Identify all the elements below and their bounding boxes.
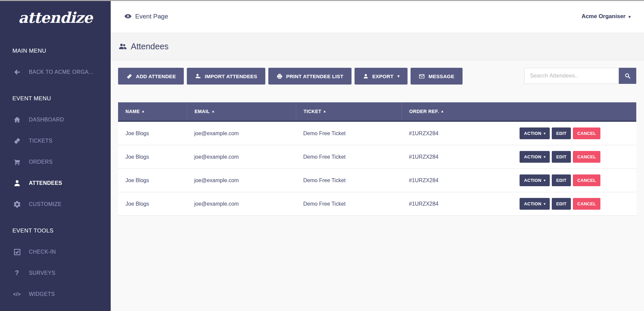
sort-asc-icon: ▴: [142, 109, 144, 113]
attendize-logo[interactable]: attendize: [18, 9, 93, 26]
search-button[interactable]: [619, 68, 636, 84]
import-attendees-button[interactable]: IMPORT ATTENDEES: [187, 68, 265, 85]
window-top-edge: [0, 0, 644, 1]
attendee-name: Joe Blogs: [118, 145, 187, 168]
user-icon: [12, 179, 21, 187]
attendee-email: joe@example.com: [187, 169, 296, 192]
event-page-link[interactable]: Event Page: [124, 12, 168, 20]
main-area: Event Page Acme Organiser ▾ Attendees AD…: [111, 0, 644, 311]
row-actions: ACTION▾ EDIT CANCEL: [520, 198, 600, 210]
section-title-main-menu: MAIN MENU: [0, 40, 111, 61]
caret-down-icon: ▾: [544, 202, 545, 206]
arrow-left-icon: [12, 68, 21, 76]
action-dropdown-button[interactable]: ACTION▾: [520, 198, 550, 210]
attendees-icon: [118, 42, 127, 51]
column-header-name[interactable]: NAME▴: [118, 102, 187, 120]
code-icon: </>: [12, 290, 21, 298]
attendee-name: Joe Blogs: [118, 169, 187, 192]
edit-button[interactable]: EDIT: [552, 127, 571, 139]
sidebar-item-widgets[interactable]: </> WIDGETS: [0, 283, 111, 305]
edit-button[interactable]: EDIT: [552, 198, 571, 210]
table-row: Joe Blogs joe@example.com Demo Free Tick…: [118, 169, 636, 192]
action-dropdown-button[interactable]: ACTION▾: [520, 151, 550, 163]
attendee-email: joe@example.com: [187, 192, 296, 215]
sidebar-item-check-in[interactable]: CHECK-IN: [0, 241, 111, 262]
print-attendee-list-button[interactable]: PRINT ATTENDEE LIST: [268, 68, 352, 85]
eye-icon: [124, 12, 132, 20]
caret-down-icon: ▾: [544, 132, 545, 135]
attendee-ticket: Demo Free Ticket: [296, 145, 401, 168]
sort-asc-icon: ▴: [441, 109, 443, 113]
sidebar-item-label: CUSTOMIZE: [29, 201, 62, 207]
event-page-label: Event Page: [135, 13, 168, 20]
attendee-ticket: Demo Free Ticket: [296, 192, 401, 215]
page-title: Attendees: [131, 42, 169, 51]
sidebar-item-label: WIDGETS: [29, 291, 55, 297]
sidebar-item-attendees[interactable]: ATTENDEES: [0, 172, 111, 194]
attendee-email: joe@example.com: [187, 122, 296, 145]
sort-asc-icon: ▴: [324, 109, 326, 113]
home-icon: [12, 116, 21, 124]
add-attendee-button[interactable]: ADD ATTENDEE: [118, 68, 184, 85]
sort-asc-icon: ▴: [212, 109, 214, 113]
sidebar-section-main-menu: MAIN MENU BACK TO ACME ORGA...: [0, 40, 111, 83]
topbar: Event Page Acme Organiser ▾: [111, 0, 644, 33]
edit-button[interactable]: EDIT: [552, 174, 571, 186]
caret-down-icon: ▾: [544, 155, 545, 159]
gear-icon: [12, 200, 21, 208]
action-dropdown-button[interactable]: ACTION▾: [520, 127, 550, 139]
attendee-ticket: Demo Free Ticket: [296, 169, 401, 192]
sidebar-item-surveys[interactable]: ? SURVEYS: [0, 262, 111, 283]
table-header-row: NAME▴ EMAIL▴ TICKET▴ ORDER REF.▴: [118, 102, 636, 122]
attendee-name: Joe Blogs: [118, 192, 187, 215]
action-dropdown-button[interactable]: ACTION▾: [520, 174, 550, 186]
edit-button[interactable]: EDIT: [552, 151, 571, 163]
attendee-ticket: Demo Free Ticket: [296, 122, 401, 145]
cancel-button[interactable]: CANCEL: [573, 151, 600, 163]
column-header-order-ref[interactable]: ORDER REF.▴: [401, 102, 636, 120]
sidebar-section-event-menu: EVENT MENU DASHBOARD TICKETS ORDERS ATTE…: [0, 88, 111, 215]
cancel-button[interactable]: CANCEL: [573, 127, 600, 139]
sidebar-item-back-to-organiser[interactable]: BACK TO ACME ORGA...: [0, 61, 111, 83]
attendee-order-ref: #1URZX284: [409, 177, 438, 184]
export-icon: [363, 73, 369, 80]
sidebar-item-label: DASHBOARD: [29, 117, 64, 123]
printer-icon: [276, 73, 283, 80]
sidebar-item-label: ORDERS: [29, 159, 53, 165]
sidebar-item-label: BACK TO ACME ORGA...: [29, 69, 93, 75]
column-header-email[interactable]: EMAIL▴: [187, 102, 296, 120]
attendee-order-ref: #1URZX284: [409, 154, 438, 160]
attendee-order-ref: #1URZX284: [409, 131, 438, 137]
cart-icon: [12, 158, 21, 166]
sidebar-section-event-tools: EVENT TOOLS CHECK-IN ? SURVEYS </> WIDGE…: [0, 220, 111, 305]
check-square-icon: [12, 248, 21, 256]
table-row: Joe Blogs joe@example.com Demo Free Tick…: [118, 122, 636, 145]
envelope-icon: [419, 73, 425, 80]
cancel-button[interactable]: CANCEL: [573, 198, 600, 210]
organiser-menu[interactable]: Acme Organiser ▾: [582, 13, 631, 20]
column-header-ticket[interactable]: TICKET▴: [296, 102, 401, 120]
export-dropdown-button[interactable]: EXPORT ▾: [355, 68, 408, 85]
question-icon: ?: [12, 269, 21, 277]
organiser-name: Acme Organiser: [582, 13, 626, 20]
search-box: [524, 68, 636, 84]
caret-down-icon: ▾: [397, 74, 399, 79]
attendee-name: Joe Blogs: [118, 122, 187, 145]
message-button[interactable]: MESSAGE: [411, 68, 462, 85]
page-header: Attendees: [111, 33, 644, 60]
sidebar-item-tickets[interactable]: TICKETS: [0, 130, 111, 151]
sidebar-item-orders[interactable]: ORDERS: [0, 151, 111, 172]
cancel-button[interactable]: CANCEL: [573, 174, 600, 186]
sidebar-item-dashboard[interactable]: DASHBOARD: [0, 109, 111, 130]
row-actions: ACTION▾ EDIT CANCEL: [520, 151, 600, 163]
ticket-icon: [12, 137, 21, 145]
sidebar-item-label: TICKETS: [29, 138, 52, 144]
section-title-event-tools: EVENT TOOLS: [0, 220, 111, 241]
section-title-event-menu: EVENT MENU: [0, 88, 111, 109]
search-icon: [624, 72, 631, 79]
attendees-table: NAME▴ EMAIL▴ TICKET▴ ORDER REF.▴ Joe Blo…: [118, 102, 636, 216]
sidebar-item-customize[interactable]: CUSTOMIZE: [0, 194, 111, 215]
search-input[interactable]: [524, 68, 619, 84]
attendee-order-ref: #1URZX284: [409, 201, 438, 207]
ticket-icon: [126, 73, 132, 80]
